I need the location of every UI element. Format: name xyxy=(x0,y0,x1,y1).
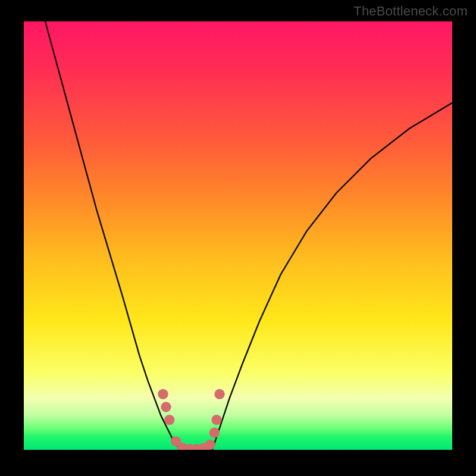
series-right-curve xyxy=(212,103,452,450)
chart-stage: TheBottleneck.com xyxy=(0,0,476,476)
marker-dot xyxy=(161,402,171,412)
marker-dot xyxy=(164,415,174,425)
marker-dot xyxy=(209,428,220,438)
marker-dot xyxy=(211,415,221,425)
marker-dot xyxy=(205,440,215,450)
marker-dot xyxy=(214,389,224,399)
plot-area xyxy=(24,21,452,450)
watermark-text: TheBottleneck.com xyxy=(353,4,468,19)
marker-dot xyxy=(158,389,168,399)
curve-layer xyxy=(24,21,452,450)
series-left-curve xyxy=(45,21,180,450)
